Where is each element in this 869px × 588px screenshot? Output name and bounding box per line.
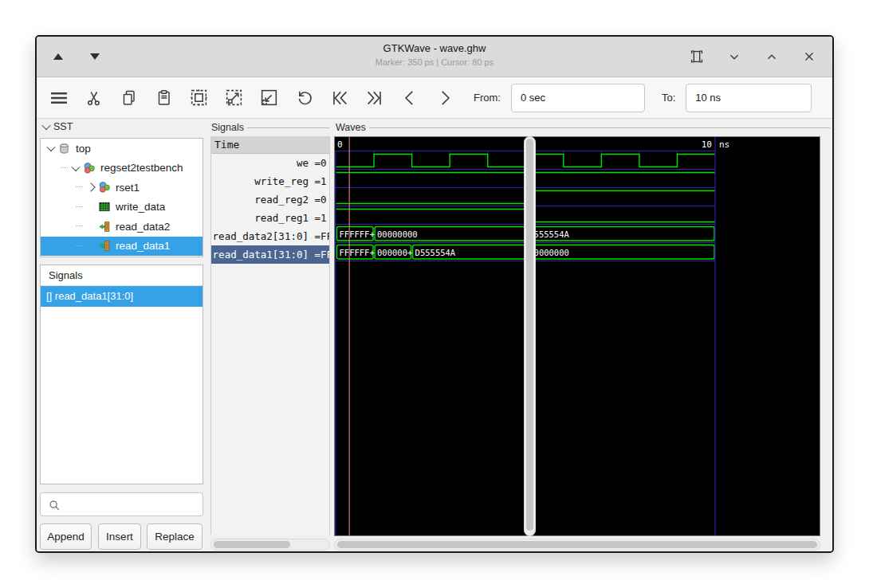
- tree-item-label: top: [76, 143, 91, 155]
- signals-box: Signals [] read_data1[31:0]: [40, 265, 203, 484]
- skip-to-start-icon: [329, 88, 350, 108]
- signal-search: [40, 492, 203, 516]
- close-button[interactable]: [800, 48, 818, 65]
- port-icon: [98, 220, 112, 233]
- shift-up-button[interactable]: [49, 48, 67, 65]
- tree-guide-line: [61, 167, 68, 169]
- frame-line: [369, 127, 830, 128]
- step-back-button[interactable]: [397, 83, 422, 113]
- waves-hscroll-thumb[interactable]: [337, 541, 817, 548]
- expander-open-icon: [46, 143, 55, 151]
- names-frame-label: Signals: [211, 122, 329, 133]
- triangle-up-icon: [53, 53, 63, 60]
- titlebar[interactable]: GTKWave - wave.ghw Marker: 350 ps | Curs…: [37, 37, 832, 77]
- svg-text:0: 0: [337, 139, 343, 150]
- undo-button[interactable]: [292, 83, 317, 113]
- replace-button[interactable]: Replace: [147, 523, 203, 550]
- close-icon: [802, 49, 816, 64]
- names-panel: Time we =0write_reg =1read_reg2 =0read_r…: [210, 136, 330, 535]
- from-input[interactable]: [511, 84, 645, 112]
- tree-guide-line: [76, 245, 83, 247]
- tree-item-read-data1[interactable]: read_data1: [41, 237, 203, 257]
- tree-item-read-data2[interactable]: read_data2: [41, 217, 203, 237]
- signal-value: =FF: [309, 245, 329, 264]
- matrix-icon: [98, 201, 112, 214]
- to-input[interactable]: [686, 84, 812, 112]
- skip-to-start-button[interactable]: [327, 83, 352, 113]
- signal-value: =1: [309, 209, 329, 227]
- signals-box-header: Signals: [41, 265, 203, 286]
- signal-value: =1: [309, 172, 329, 190]
- skip-to-end-button[interactable]: [362, 83, 387, 113]
- maximize-button[interactable]: [763, 48, 781, 65]
- search-input[interactable]: [65, 494, 202, 516]
- cut-button[interactable]: [81, 83, 106, 113]
- signal-name: read_reg2: [254, 190, 309, 209]
- signal-row-read-data1310[interactable]: read_data1[31:0] =FF: [211, 245, 329, 264]
- chevron-down-icon: [727, 49, 741, 64]
- zoom-in-button[interactable]: [222, 83, 246, 113]
- waves-vscroll-thumb[interactable]: [526, 139, 533, 531]
- fullscreen-icon: [688, 48, 706, 65]
- signal-row-read-reg1[interactable]: read_reg1 =1: [211, 209, 329, 227]
- tree-item-top[interactable]: top: [41, 139, 203, 159]
- signal-name: read_reg1: [254, 209, 309, 227]
- minimize-button[interactable]: [725, 48, 743, 65]
- tree-item-label: rset1: [116, 182, 140, 194]
- signal-value: =0: [309, 190, 329, 209]
- waves-frame-label: Waves: [336, 122, 830, 133]
- tree-item-regset2testbench[interactable]: regset2testbench: [41, 159, 203, 178]
- tree-item-rset1[interactable]: rset1: [41, 178, 203, 198]
- signal-value: =0: [309, 154, 329, 172]
- signal-name: read_data2[31:0]: [213, 227, 309, 245]
- waves-hscrollbar[interactable]: [334, 539, 820, 551]
- signals-box-item[interactable]: [] read_data1[31:0]: [41, 286, 203, 307]
- zoom-fit-button[interactable]: [187, 83, 211, 113]
- signal-row-read-reg2[interactable]: read_reg2 =0: [211, 190, 329, 209]
- reload-button[interactable]: [827, 83, 834, 113]
- paste-button[interactable]: [151, 83, 176, 113]
- signal-row-read-data2310[interactable]: read_data2[31:0] =FF: [211, 227, 329, 245]
- names-hscrollbar[interactable]: [210, 539, 330, 551]
- insert-button[interactable]: Insert: [98, 523, 141, 550]
- to-label: To:: [662, 92, 675, 104]
- fullscreen-button[interactable]: [688, 48, 706, 65]
- search-icon: [48, 499, 61, 512]
- names-hscroll-thumb[interactable]: [214, 541, 290, 548]
- tree-item-write-data[interactable]: write_data: [41, 198, 203, 218]
- signal-row-write-reg[interactable]: write_reg =1: [211, 172, 329, 190]
- svg-text:FFFFFF+: FFFFFF+: [340, 248, 375, 257]
- signal-name: we: [297, 154, 309, 172]
- tree-item-label: regset2testbench: [100, 162, 183, 174]
- toolbar: From: To:: [37, 77, 832, 119]
- signal-row-we[interactable]: we =0: [211, 154, 329, 172]
- zoom-out-button[interactable]: [257, 83, 281, 113]
- gtkwave-window: GTKWave - wave.ghw Marker: 350 ps | Curs…: [35, 35, 834, 553]
- tree-item-label: read_data2: [116, 221, 170, 233]
- append-button[interactable]: Append: [40, 523, 92, 550]
- copy-button[interactable]: [116, 83, 141, 113]
- cut-icon: [85, 88, 104, 108]
- wave-area[interactable]: FFFFFF+00000000D555554AFFFFFF+000000+D55…: [334, 136, 820, 536]
- zoom-in-icon: [224, 88, 244, 108]
- chevron-left-icon: [399, 88, 420, 108]
- chevron-right-icon: [434, 88, 455, 108]
- skip-to-end-icon: [364, 88, 385, 108]
- svg-text:00000000: 00000000: [377, 229, 418, 239]
- shift-down-button[interactable]: [86, 48, 104, 65]
- time-header[interactable]: Time: [211, 136, 329, 154]
- wave-canvas[interactable]: FFFFFF+00000000D555554AFFFFFF+000000+D55…: [335, 137, 820, 535]
- signal-value: =FF: [309, 227, 329, 245]
- tree-guide-line: [76, 186, 83, 188]
- undo-icon: [294, 88, 314, 108]
- menu-button[interactable]: [46, 83, 71, 113]
- port-icon: [98, 240, 112, 253]
- tree-item-label: write_data: [116, 201, 165, 213]
- step-forward-button[interactable]: [432, 83, 457, 113]
- name-rows: we =0write_reg =1read_reg2 =0read_reg1 =…: [211, 154, 329, 264]
- svg-text:10: 10: [702, 139, 712, 150]
- triangle-down-icon: [90, 53, 100, 60]
- signals-box-list: [] read_data1[31:0]: [41, 286, 203, 307]
- waves-vscrollbar[interactable]: [524, 136, 536, 536]
- sst-header[interactable]: SST: [43, 121, 73, 132]
